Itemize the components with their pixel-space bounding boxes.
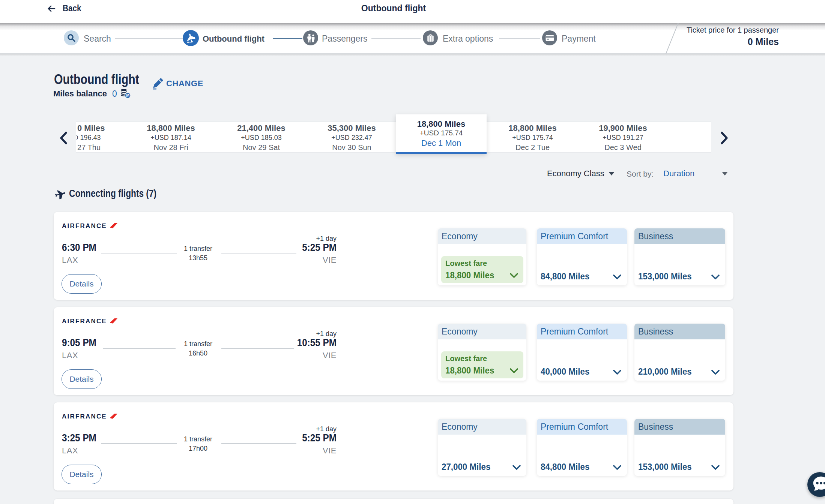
svg-text:M: M	[126, 93, 129, 98]
